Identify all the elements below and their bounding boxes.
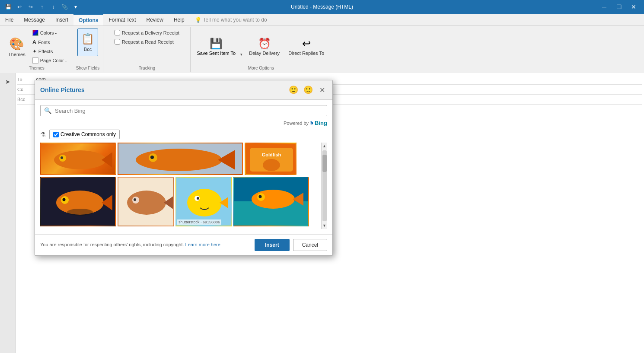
image-thumb-6[interactable]: shutterstock · 69156886 <box>175 177 232 226</box>
tell-me-label: Tell me what you want to do <box>203 17 267 23</box>
tab-file[interactable]: File <box>0 14 19 25</box>
fonts-label: Fonts - <box>38 40 53 45</box>
effects-icon: ✦ <box>32 48 37 54</box>
dialog-titlebar: Online Pictures 🙂 🙁 ✕ <box>35 80 332 100</box>
save-sent-arrow[interactable]: ▾ <box>238 33 244 60</box>
tab-help[interactable]: Help <box>169 14 190 25</box>
cc-checkbox-label[interactable]: Creative Commons only <box>49 130 120 139</box>
tab-format-text[interactable]: Format Text <box>103 14 141 25</box>
svg-point-26 <box>187 189 222 216</box>
scroll-up-btn[interactable]: ▲ <box>322 143 328 149</box>
fonts-button[interactable]: A Fonts - <box>30 38 69 47</box>
minimize-btn[interactable]: ─ <box>597 1 611 13</box>
send-btn[interactable]: ➤ <box>1 75 15 89</box>
qat-up-btn[interactable]: ↑ <box>37 2 47 12</box>
themes-icon: 🎨 <box>9 37 24 51</box>
read-receipt-row[interactable]: Request a Read Receipt <box>113 38 175 46</box>
filter-icon[interactable]: ⚗ <box>40 131 46 138</box>
delay-delivery-button[interactable]: ⏰ Delay Delivery <box>245 33 284 60</box>
image-thumb-4[interactable] <box>40 177 116 226</box>
image-thumb-5[interactable] <box>118 177 174 226</box>
read-receipt-checkbox[interactable] <box>115 39 120 45</box>
qat-undo-btn[interactable]: ↩ <box>15 2 24 12</box>
ribbon-tabs: File Message Insert Options Format Text … <box>0 14 644 26</box>
qat-dropdown-btn[interactable]: ▾ <box>71 2 80 12</box>
dialog-title: Online Pictures <box>40 86 85 93</box>
footer-text: You are responsible for respecting other… <box>40 242 220 248</box>
lightbulb-icon: 💡 <box>195 17 201 23</box>
qat: 💾 ↩ ↪ ↑ ↓ 📎 ▾ <box>3 2 80 12</box>
cancel-button[interactable]: Cancel <box>293 239 327 251</box>
happy-emoji-btn[interactable]: 🙂 <box>287 84 300 96</box>
qat-attach-btn[interactable]: 📎 <box>60 2 69 12</box>
delivery-receipt-row[interactable]: Request a Delivery Receipt <box>113 29 181 37</box>
scroll-down-btn[interactable]: ▼ <box>322 222 328 229</box>
learn-more-link[interactable]: Learn more here <box>185 242 220 247</box>
bcc-label-field: Bcc <box>17 97 35 102</box>
delay-delivery-icon: ⏰ <box>258 38 271 50</box>
image-thumb-3[interactable]: Goldfish <box>245 143 296 175</box>
tab-insert[interactable]: Insert <box>50 14 73 25</box>
image-thumb-1[interactable] <box>40 143 116 175</box>
image-thumb-7[interactable] <box>233 177 309 226</box>
scroll-thumb[interactable] <box>322 155 327 172</box>
shutterstock-label: shutterstock · 69156886 <box>177 219 221 225</box>
colors-label: Colors - <box>40 30 57 35</box>
direct-replies-icon: ↩ <box>302 38 311 50</box>
scrollbar: ▲ ▼ <box>321 143 327 229</box>
qat-save-btn[interactable]: 💾 <box>3 2 13 12</box>
bcc-label: Bcc <box>84 47 92 52</box>
direct-replies-button[interactable]: ↩ Direct Replies To <box>284 33 328 60</box>
delay-delivery-label: Delay Delivery <box>249 51 280 56</box>
window-controls: ─ ☐ ✕ <box>597 1 641 13</box>
search-input[interactable] <box>55 108 323 114</box>
image-thumb-2[interactable] <box>118 143 243 175</box>
themes-group-label: Themes <box>29 65 45 70</box>
tracking-content: Request a Delivery Receipt Request a Rea… <box>113 29 181 65</box>
dialog-close-btn[interactable]: ✕ <box>317 85 327 95</box>
svg-marker-1 <box>102 152 112 168</box>
restore-btn[interactable]: ☐ <box>612 1 626 13</box>
themes-buttons: 🎨 Themes Colors - A Fonts - ✦ Effe <box>4 29 69 65</box>
footer-message: You are responsible for respecting other… <box>40 242 184 247</box>
bing-label: Bing <box>315 120 327 126</box>
cc-label: Creative Commons only <box>61 131 116 137</box>
tab-options[interactable]: Options <box>73 14 103 25</box>
save-sent-button[interactable]: 💾 Save Sent Item To <box>194 33 239 60</box>
tab-review[interactable]: Review <box>141 14 169 25</box>
ribbon-group-tracking: Request a Delivery Receipt Request a Rea… <box>104 27 191 72</box>
tab-tell-me[interactable]: 💡 Tell me what you want to do <box>190 14 272 25</box>
direct-replies-label: Direct Replies To <box>288 51 324 56</box>
sad-emoji-btn[interactable]: 🙁 <box>302 84 314 96</box>
svg-point-23 <box>134 198 136 201</box>
show-fields-buttons: 📋 Bcc <box>77 29 98 65</box>
close-btn[interactable]: ✕ <box>627 1 641 13</box>
effects-button[interactable]: ✦ Effects - <box>30 47 69 56</box>
svg-point-12 <box>263 159 280 171</box>
delivery-receipt-checkbox[interactable] <box>115 30 120 35</box>
save-sent-icon: 💾 <box>210 38 223 50</box>
cc-checkbox[interactable] <box>53 132 59 137</box>
bcc-icon: 📋 <box>81 33 94 45</box>
page-color-button[interactable]: Page Color - <box>30 56 69 65</box>
filter-bar: ⚗ Creative Commons only <box>40 130 327 139</box>
svg-point-3 <box>61 156 63 159</box>
ribbon-group-show-fields: 📋 Bcc Show Fields <box>73 27 103 72</box>
ribbon: 🎨 Themes Colors - A Fonts - ✦ Effe <box>0 26 644 73</box>
colors-button[interactable]: Colors - <box>30 29 69 37</box>
page-color-label: Page Color - <box>40 58 67 63</box>
qat-down-btn[interactable]: ↓ <box>48 2 58 12</box>
qat-redo-btn[interactable]: ↪ <box>26 2 35 12</box>
insert-button[interactable]: Insert <box>255 239 290 251</box>
effects-label: Effects - <box>38 49 56 54</box>
theme-options: Colors - A Fonts - ✦ Effects - Page Colo… <box>30 29 69 65</box>
bcc-button[interactable]: 📋 Bcc <box>77 29 98 56</box>
themes-button[interactable]: 🎨 Themes <box>4 33 29 60</box>
ribbon-group-themes: 🎨 Themes Colors - A Fonts - ✦ Effe <box>2 27 72 72</box>
dialog-body: 🔍 Powered by 𝐛 Bing ⚗ Creative Commons o… <box>35 100 332 234</box>
save-sent-split-btn: 💾 Save Sent Item To ▾ <box>194 33 245 60</box>
tracking-label: Tracking <box>139 65 155 70</box>
svg-point-5 <box>136 149 222 171</box>
bing-logo: 𝐛 <box>310 120 313 126</box>
tab-message[interactable]: Message <box>19 14 50 25</box>
